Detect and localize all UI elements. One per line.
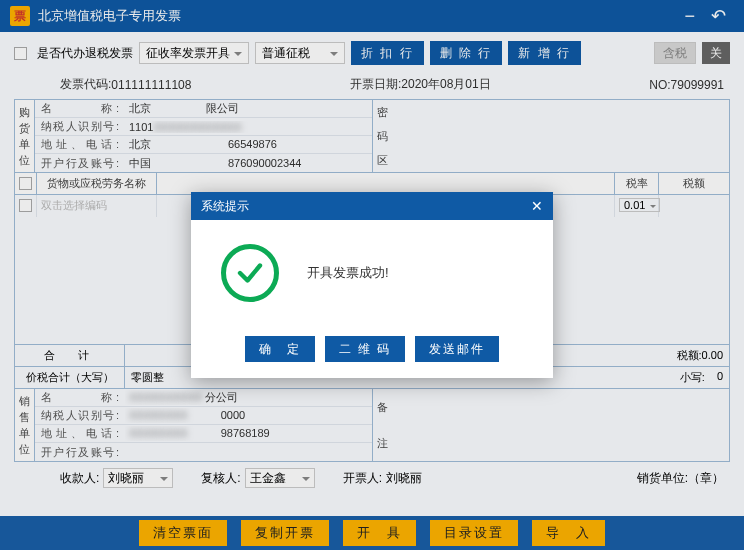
dialog-ok-button[interactable]: 确 定	[245, 336, 315, 362]
success-check-icon	[221, 244, 279, 302]
modal-overlay: 系统提示 ✕ 开具发票成功! 确 定 二 维 码 发送邮件	[0, 0, 744, 550]
dialog-title: 系统提示	[201, 198, 249, 215]
system-dialog: 系统提示 ✕ 开具发票成功! 确 定 二 维 码 发送邮件	[191, 192, 553, 378]
dialog-close-icon[interactable]: ✕	[531, 198, 543, 214]
dialog-mail-button[interactable]: 发送邮件	[415, 336, 499, 362]
dialog-message: 开具发票成功!	[307, 264, 389, 282]
dialog-footer: 确 定 二 维 码 发送邮件	[191, 326, 553, 378]
dialog-qr-button[interactable]: 二 维 码	[325, 336, 406, 362]
dialog-titlebar: 系统提示 ✕	[191, 192, 553, 220]
